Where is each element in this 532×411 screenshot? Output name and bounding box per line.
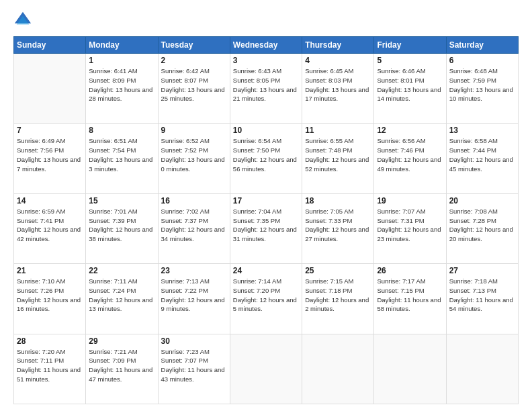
sunrise-text: Sunrise: 7:18 AM <box>449 277 498 285</box>
calendar-cell: 18Sunrise: 7:05 AMSunset: 7:33 PMDayligh… <box>302 193 374 263</box>
sunrise-text: Sunrise: 6:58 AM <box>449 137 498 144</box>
day-number: 1 <box>89 56 154 65</box>
sunrise-text: Sunrise: 6:51 AM <box>89 137 137 144</box>
day-number: 25 <box>305 266 371 275</box>
daylight-text: Daylight: 12 hours and 5 minutes. <box>233 296 297 313</box>
sun-info: Sunrise: 6:56 AMSunset: 7:46 PMDaylight:… <box>377 136 443 173</box>
sun-info: Sunrise: 6:45 AMSunset: 8:03 PMDaylight:… <box>305 66 371 103</box>
calendar-cell: 29Sunrise: 7:21 AMSunset: 7:09 PMDayligh… <box>86 334 158 404</box>
daylight-text: Daylight: 11 hours and 47 minutes. <box>89 366 152 383</box>
sunrise-text: Sunrise: 7:13 AM <box>161 277 210 285</box>
calendar-cell: 15Sunrise: 7:01 AMSunset: 7:39 PMDayligh… <box>86 193 158 263</box>
sunset-text: Sunset: 7:15 PM <box>377 287 424 294</box>
sunrise-text: Sunrise: 7:15 AM <box>305 277 353 285</box>
daylight-text: Daylight: 13 hours and 25 minutes. <box>161 86 225 103</box>
sun-info: Sunrise: 7:20 AMSunset: 7:11 PMDaylight:… <box>17 347 83 384</box>
calendar-cell: 12Sunrise: 6:56 AMSunset: 7:46 PMDayligh… <box>374 124 446 193</box>
daylight-text: Daylight: 13 hours and 10 minutes. <box>449 86 513 103</box>
sun-info: Sunrise: 7:17 AMSunset: 7:15 PMDaylight:… <box>377 277 443 314</box>
calendar-cell: 17Sunrise: 7:04 AMSunset: 7:35 PMDayligh… <box>230 193 302 263</box>
col-header-wednesday: Wednesday <box>230 37 302 54</box>
sun-info: Sunrise: 6:58 AMSunset: 7:44 PMDaylight:… <box>449 136 515 173</box>
calendar-cell: 7Sunrise: 6:49 AMSunset: 7:56 PMDaylight… <box>14 124 86 193</box>
logo-icon <box>13 11 32 30</box>
daylight-text: Daylight: 12 hours and 23 minutes. <box>377 226 441 242</box>
daylight-text: Daylight: 12 hours and 16 minutes. <box>17 296 81 313</box>
sunrise-text: Sunrise: 7:11 AM <box>89 277 137 285</box>
sunset-text: Sunset: 7:28 PM <box>449 217 496 224</box>
daylight-text: Daylight: 13 hours and 14 minutes. <box>377 86 441 103</box>
sun-info: Sunrise: 7:15 AMSunset: 7:18 PMDaylight:… <box>305 277 371 314</box>
sunrise-text: Sunrise: 6:42 AM <box>161 67 210 75</box>
sunset-text: Sunset: 7:33 PM <box>305 217 352 224</box>
sunset-text: Sunset: 8:09 PM <box>89 77 136 84</box>
daylight-text: Daylight: 13 hours and 7 minutes. <box>17 156 81 173</box>
calendar-cell: 28Sunrise: 7:20 AMSunset: 7:11 PMDayligh… <box>14 334 86 404</box>
sun-info: Sunrise: 7:18 AMSunset: 7:13 PMDaylight:… <box>449 277 515 314</box>
sunrise-text: Sunrise: 6:56 AM <box>377 137 425 144</box>
week-row-1: 7Sunrise: 6:49 AMSunset: 7:56 PMDaylight… <box>14 124 519 193</box>
col-header-saturday: Saturday <box>446 37 518 54</box>
sun-info: Sunrise: 7:23 AMSunset: 7:07 PMDaylight:… <box>161 347 227 384</box>
calendar-cell: 21Sunrise: 7:10 AMSunset: 7:26 PMDayligh… <box>14 264 86 334</box>
sunset-text: Sunset: 7:46 PM <box>377 146 424 154</box>
sun-info: Sunrise: 7:05 AMSunset: 7:33 PMDaylight:… <box>305 207 371 244</box>
day-number: 5 <box>377 56 443 65</box>
day-number: 11 <box>305 126 371 135</box>
calendar-cell: 1Sunrise: 6:41 AMSunset: 8:09 PMDaylight… <box>86 54 158 124</box>
sunset-text: Sunset: 7:59 PM <box>449 77 496 84</box>
day-number: 19 <box>377 196 443 205</box>
sun-info: Sunrise: 7:13 AMSunset: 7:22 PMDaylight:… <box>161 277 227 314</box>
sun-info: Sunrise: 6:48 AMSunset: 7:59 PMDaylight:… <box>449 66 515 103</box>
daylight-text: Daylight: 12 hours and 38 minutes. <box>89 226 152 242</box>
day-number: 26 <box>377 266 443 275</box>
daylight-text: Daylight: 12 hours and 31 minutes. <box>233 226 297 242</box>
day-number: 22 <box>89 266 154 275</box>
daylight-text: Daylight: 12 hours and 49 minutes. <box>377 156 441 173</box>
daylight-text: Daylight: 13 hours and 21 minutes. <box>233 86 297 103</box>
daylight-text: Daylight: 12 hours and 34 minutes. <box>161 226 225 242</box>
sunset-text: Sunset: 7:54 PM <box>89 146 136 154</box>
calendar-cell: 9Sunrise: 6:52 AMSunset: 7:52 PMDaylight… <box>158 124 230 193</box>
col-header-friday: Friday <box>374 37 446 54</box>
sunset-text: Sunset: 7:11 PM <box>17 357 64 364</box>
col-header-thursday: Thursday <box>302 37 374 54</box>
col-header-monday: Monday <box>86 37 158 54</box>
day-number: 30 <box>161 336 227 346</box>
sunset-text: Sunset: 7:37 PM <box>161 217 208 224</box>
day-number: 8 <box>89 126 154 135</box>
header <box>13 11 519 30</box>
sunrise-text: Sunrise: 6:59 AM <box>17 208 65 215</box>
day-number: 27 <box>449 266 515 275</box>
sunset-text: Sunset: 7:39 PM <box>89 217 136 224</box>
sunset-text: Sunset: 7:31 PM <box>377 217 424 224</box>
calendar-header-row: SundayMondayTuesdayWednesdayThursdayFrid… <box>14 37 519 54</box>
sunset-text: Sunset: 7:26 PM <box>17 287 64 294</box>
day-number: 10 <box>233 126 299 135</box>
calendar-cell: 27Sunrise: 7:18 AMSunset: 7:13 PMDayligh… <box>446 264 518 334</box>
daylight-text: Daylight: 13 hours and 17 minutes. <box>305 86 369 103</box>
day-number: 24 <box>233 266 299 275</box>
sun-info: Sunrise: 6:59 AMSunset: 7:41 PMDaylight:… <box>17 207 83 244</box>
day-number: 9 <box>161 126 227 135</box>
sunrise-text: Sunrise: 6:54 AM <box>233 137 281 144</box>
day-number: 29 <box>89 336 154 346</box>
day-number: 28 <box>17 336 83 346</box>
sunrise-text: Sunrise: 6:41 AM <box>89 67 137 75</box>
daylight-text: Daylight: 11 hours and 54 minutes. <box>449 296 513 313</box>
week-row-3: 21Sunrise: 7:10 AMSunset: 7:26 PMDayligh… <box>14 264 519 334</box>
sunset-text: Sunset: 7:13 PM <box>449 287 496 294</box>
calendar-cell <box>14 54 86 124</box>
sun-info: Sunrise: 7:08 AMSunset: 7:28 PMDaylight:… <box>449 207 515 244</box>
day-number: 12 <box>377 126 443 135</box>
sunrise-text: Sunrise: 6:49 AM <box>17 137 65 144</box>
sun-info: Sunrise: 6:55 AMSunset: 7:48 PMDaylight:… <box>305 136 371 173</box>
col-header-sunday: Sunday <box>14 37 86 54</box>
sunset-text: Sunset: 7:24 PM <box>89 287 136 294</box>
calendar-table: SundayMondayTuesdayWednesdayThursdayFrid… <box>13 36 519 404</box>
calendar-cell: 2Sunrise: 6:42 AMSunset: 8:07 PMDaylight… <box>158 54 230 124</box>
sunset-text: Sunset: 7:48 PM <box>305 146 352 154</box>
calendar-cell: 16Sunrise: 7:02 AMSunset: 7:37 PMDayligh… <box>158 193 230 263</box>
sunrise-text: Sunrise: 7:21 AM <box>89 348 137 355</box>
sunset-text: Sunset: 8:05 PM <box>233 77 280 84</box>
